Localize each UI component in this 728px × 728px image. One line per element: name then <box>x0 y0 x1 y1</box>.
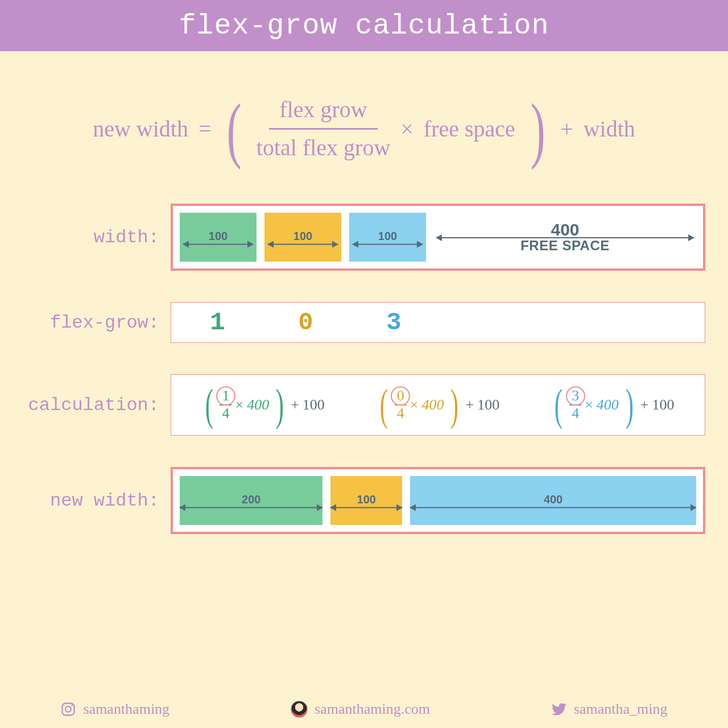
new-width-green: 200 <box>180 476 322 525</box>
footer: samanthaming samanthaming.com samantha_m… <box>0 701 728 718</box>
new-width-container: 200 100 400 <box>171 467 705 534</box>
instagram-handle: samanthaming <box>60 701 169 718</box>
free-space-region: 400 FREE SPACE <box>434 213 696 262</box>
free-space-label: FREE SPACE <box>520 238 610 253</box>
plus-sign: + <box>560 115 573 142</box>
width-label: width: <box>0 227 171 248</box>
width-box-green: 100 <box>180 213 257 262</box>
new-width-yellow: 100 <box>330 476 402 525</box>
times-sign: × <box>400 115 413 142</box>
width-box-blue: 100 <box>349 213 426 262</box>
instagram-icon <box>60 701 76 717</box>
new-width-yellow-value: 100 <box>357 493 376 506</box>
formula-factor: free space <box>424 115 515 142</box>
fraction-denominator: total flex grow <box>257 130 391 164</box>
width-blue-value: 100 <box>378 230 397 243</box>
new-width-blue: 400 <box>410 476 696 525</box>
formula-rhs: width <box>584 115 635 142</box>
free-space-value: 400 <box>551 221 579 238</box>
calc-yellow: ( 04 × 400 ) + 100 <box>377 388 499 421</box>
width-container: 100 100 100 400 FREE SPACE <box>171 204 705 271</box>
formula: new width = ( flex grow total flex grow … <box>0 94 728 164</box>
page-title: flex-grow calculation <box>0 0 728 51</box>
equals-sign: = <box>198 115 212 142</box>
new-width-label: new width: <box>0 490 171 511</box>
twitter-handle: samantha_ming <box>551 701 668 718</box>
svg-point-2 <box>72 705 73 706</box>
flex-grow-green: 1 <box>173 308 262 337</box>
calculation-label: calculation: <box>0 395 171 416</box>
flex-grow-label: flex-grow: <box>0 312 171 333</box>
twitter-icon <box>551 701 567 717</box>
svg-point-1 <box>66 706 72 712</box>
avatar-icon <box>291 701 308 718</box>
flex-grow-yellow: 0 <box>262 308 350 337</box>
calc-blue: ( 34 × 400 ) + 100 <box>551 388 674 421</box>
calculation-container: ( 14 × 400 ) + 100 ( 04 × 400 ) + 100 ( … <box>171 374 705 436</box>
formula-lhs: new width <box>93 115 188 142</box>
fraction: flex grow total flex grow <box>257 94 391 164</box>
width-green-value: 100 <box>209 230 228 243</box>
flex-grow-container: 1 0 3 <box>171 302 705 343</box>
fraction-numerator: flex grow <box>269 94 377 130</box>
width-box-yellow: 100 <box>264 213 341 262</box>
flex-grow-blue: 3 <box>350 308 438 337</box>
new-width-blue-value: 400 <box>544 493 562 506</box>
new-width-green-value: 200 <box>242 493 260 506</box>
website-link: samanthaming.com <box>291 701 430 718</box>
calc-green: ( 14 × 400 ) + 100 <box>202 388 325 421</box>
width-yellow-value: 100 <box>293 230 312 243</box>
